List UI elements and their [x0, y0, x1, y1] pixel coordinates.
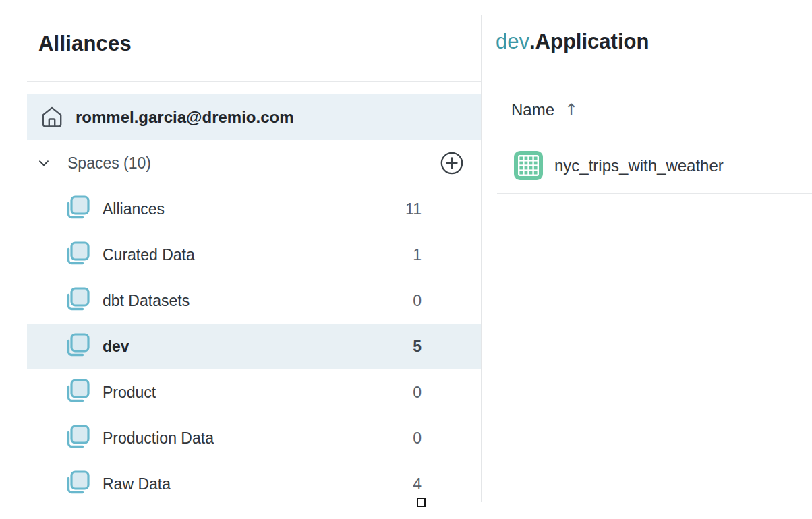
space-name: Product	[103, 384, 156, 402]
table-header-row: Name ↑	[483, 82, 812, 138]
space-count: 5	[413, 338, 422, 356]
space-stacked-squares-icon	[63, 240, 90, 270]
space-stacked-squares-icon	[63, 469, 90, 499]
spaces-sidebar: Alliances rommel.garcia@dremio.com Space…	[0, 0, 481, 519]
sidebar-item-product[interactable]: Product 0	[27, 369, 481, 415]
space-name: dbt Datasets	[103, 292, 190, 310]
spaces-section-label: Spaces (10)	[67, 154, 151, 173]
home-space-label: rommel.garcia@dremio.com	[76, 108, 294, 127]
space-stacked-squares-icon	[63, 377, 90, 407]
dataset-browser-panel: dev.Application Name ↑ nyc_trips	[483, 0, 812, 519]
space-name: dev	[103, 338, 129, 356]
breadcrumb: dev.Application	[496, 30, 649, 54]
column-header-name[interactable]: Name	[511, 100, 554, 119]
breadcrumb-space-link[interactable]: dev	[496, 30, 529, 53]
breadcrumb-separator: .	[529, 30, 535, 53]
panel-divider	[481, 15, 482, 502]
page-title: Alliances	[38, 32, 132, 56]
chevron-down-icon[interactable]	[36, 156, 51, 171]
space-count: 0	[413, 384, 422, 402]
spaces-list: Alliances 11 Curated Data 1 dbt Datasets	[27, 186, 481, 507]
space-name: Raw Data	[103, 475, 171, 493]
space-stacked-squares-icon	[63, 286, 90, 315]
sidebar-item-production-data[interactable]: Production Data 0	[27, 415, 481, 461]
space-name: Production Data	[103, 429, 214, 448]
space-count: 0	[413, 292, 422, 310]
missing-glyph-box	[417, 498, 426, 507]
sidebar-item-dev[interactable]: dev 5	[27, 324, 481, 369]
space-count: 11	[405, 200, 422, 218]
sidebar-item-alliances[interactable]: Alliances 11	[27, 186, 481, 232]
space-name: Curated Data	[103, 246, 195, 264]
home-icon	[40, 105, 64, 129]
dataset-table-icon	[513, 150, 544, 181]
space-count: 1	[413, 246, 422, 264]
sidebar-item-dbt-datasets[interactable]: dbt Datasets 0	[27, 278, 481, 324]
space-stacked-squares-icon	[63, 423, 90, 453]
space-count: 4	[413, 475, 422, 493]
home-space-item[interactable]: rommel.garcia@dremio.com	[27, 94, 481, 140]
dataset-name: nyc_trips_with_weather	[554, 156, 724, 175]
spaces-section-header[interactable]: Spaces (10)	[27, 140, 481, 186]
divider	[497, 193, 812, 194]
sidebar-item-curated-data[interactable]: Curated Data 1	[27, 232, 481, 278]
divider	[27, 81, 481, 82]
space-stacked-squares-icon	[63, 194, 90, 224]
sidebar-item-raw-data[interactable]: Raw Data 4	[27, 461, 481, 507]
space-name: Alliances	[103, 200, 165, 218]
space-count: 0	[413, 429, 422, 448]
sort-ascending-icon[interactable]: ↑	[564, 100, 578, 119]
space-stacked-squares-icon	[63, 332, 90, 361]
table-right-border	[811, 82, 811, 519]
breadcrumb-current: Application	[535, 30, 649, 53]
dremio-catalog-window: Alliances rommel.garcia@dremio.com Space…	[0, 0, 812, 519]
dataset-row[interactable]: nyc_trips_with_weather	[483, 138, 812, 193]
add-space-button[interactable]	[440, 151, 464, 175]
